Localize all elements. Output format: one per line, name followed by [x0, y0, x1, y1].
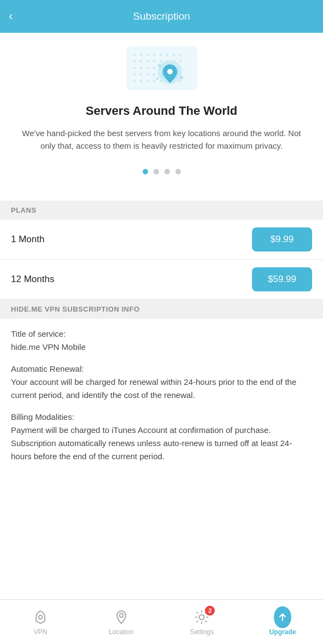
tab-location[interactable]: Location	[81, 608, 162, 636]
svg-point-4	[153, 54, 155, 56]
svg-point-3	[146, 54, 149, 56]
carousel-dots	[143, 169, 181, 174]
svg-point-9	[133, 60, 136, 62]
dot-2	[154, 169, 159, 174]
svg-point-17	[133, 67, 136, 69]
upgrade-icon-wrap	[274, 608, 291, 626]
svg-point-8	[179, 54, 181, 56]
svg-point-46	[156, 78, 158, 80]
billing-text: Billing Modalities: Payment will be char…	[11, 411, 312, 463]
tab-vpn[interactable]: VPN	[0, 608, 81, 636]
hero-title: Servers Around The World	[86, 104, 238, 118]
svg-point-6	[166, 54, 168, 56]
svg-point-35	[146, 80, 149, 82]
svg-point-2	[140, 54, 142, 56]
svg-point-13	[160, 60, 162, 62]
service-title-text: Title of service: hide.me VPN Mobile	[11, 327, 312, 354]
dot-3	[165, 169, 170, 174]
plan-12months-label: 12 Months	[11, 274, 54, 285]
dot-1	[143, 169, 148, 174]
svg-point-20	[153, 67, 155, 69]
tab-bar: VPN Location 2 Settings	[0, 599, 323, 644]
svg-point-18	[140, 67, 142, 69]
tab-settings[interactable]: 2 Settings	[162, 608, 243, 636]
svg-point-28	[153, 73, 155, 75]
vpn-tab-label: VPN	[34, 628, 48, 636]
info-section: Title of service: hide.me VPN Mobile Aut…	[0, 319, 323, 474]
plan-row-1month: 1 Month $9.99	[0, 220, 323, 260]
upgrade-arrow-icon	[277, 611, 289, 623]
info-section-header: HIDE.ME VPN SUBSCRIPTION INFO	[0, 300, 323, 319]
svg-point-47	[38, 615, 42, 619]
svg-point-11	[146, 60, 149, 62]
svg-point-48	[119, 613, 123, 617]
svg-point-12	[153, 60, 155, 62]
svg-point-19	[146, 67, 149, 69]
hero-section: Servers Around The World We've hand-pick…	[0, 33, 323, 201]
svg-point-27	[146, 73, 149, 75]
svg-point-44	[158, 64, 161, 67]
plan-12months-button[interactable]: $59.99	[252, 267, 312, 291]
tab-upgrade[interactable]: Upgrade	[242, 608, 323, 636]
plan-1month-label: 1 Month	[11, 234, 44, 245]
svg-point-26	[140, 73, 142, 75]
svg-point-40	[179, 80, 181, 82]
upgrade-circle	[274, 606, 291, 628]
settings-tab-label: Settings	[190, 628, 214, 636]
svg-point-1	[133, 54, 136, 56]
header-title: Subscription	[133, 10, 190, 22]
settings-badge: 2	[205, 606, 215, 616]
svg-point-7	[173, 54, 175, 56]
svg-point-49	[199, 614, 204, 619]
settings-icon-wrap: 2	[193, 608, 210, 626]
svg-point-33	[133, 80, 136, 82]
hero-illustration	[118, 38, 205, 98]
svg-point-36	[153, 80, 155, 82]
plans-section-header: PLANS	[0, 201, 323, 220]
svg-point-5	[160, 54, 162, 56]
dot-4	[175, 169, 181, 174]
plan-1month-button[interactable]: $9.99	[252, 227, 312, 251]
svg-point-45	[180, 76, 183, 79]
header: ‹ Subscription	[0, 0, 323, 33]
upgrade-tab-label: Upgrade	[269, 628, 296, 636]
svg-point-25	[133, 73, 136, 75]
vpn-icon	[32, 608, 49, 626]
vpn-icon-wrap	[32, 608, 49, 626]
svg-point-16	[179, 60, 181, 62]
location-icon	[113, 608, 130, 626]
back-button[interactable]: ‹	[9, 9, 13, 24]
svg-point-43	[167, 69, 173, 74]
svg-point-10	[140, 60, 142, 62]
location-icon-wrap	[113, 608, 130, 626]
location-tab-label: Location	[109, 628, 133, 636]
hero-description: We've hand-picked the best servers from …	[16, 127, 307, 153]
plan-row-12months: 12 Months $59.99	[0, 260, 323, 300]
renewal-text: Automatic Renewal: Your account will be …	[11, 362, 312, 402]
svg-point-34	[140, 80, 142, 82]
